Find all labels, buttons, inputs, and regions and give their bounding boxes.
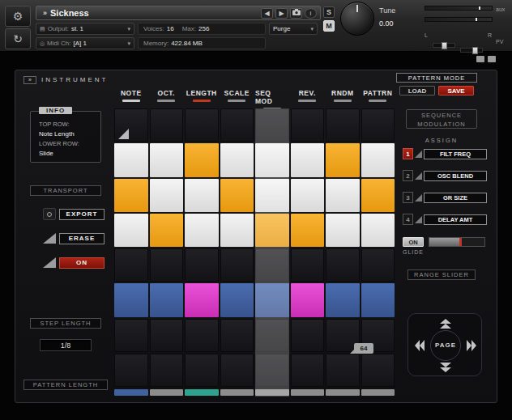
glide-slider-marker[interactable] [459,238,462,246]
grid-cell-r6-c4[interactable] [220,283,254,316]
slider-handle[interactable] [472,47,478,54]
grid-cell-r6-c6[interactable] [291,283,325,316]
grid-cell-r8-c5[interactable] [255,354,289,387]
grid-cell-r6-c2[interactable] [150,283,184,316]
pattern-bar-c6[interactable] [291,389,325,396]
page-left-icon[interactable] [415,339,425,352]
grid-cell-r8-c2[interactable] [150,354,184,387]
pattern-bar-c5[interactable] [255,389,289,396]
page-right-icon[interactable] [466,339,476,352]
pattern-bar-c2[interactable] [150,389,184,396]
grid-cell-r7-c4[interactable] [220,319,254,352]
grid-cell-r6-c7[interactable] [326,283,360,316]
mod-slot-4-selector[interactable]: 4 [403,214,413,225]
pattern-load-button[interactable]: LOAD [399,86,435,95]
aux-button[interactable]: aux [496,6,505,12]
grid-cell-r2-c1[interactable] [114,143,148,176]
step-length-value[interactable]: 1/8 [40,339,92,351]
grid-cell-r4-c5[interactable] [255,214,289,247]
grid-cell-r1-c5[interactable] [255,108,289,142]
solo-button[interactable]: S [323,6,335,18]
grid-cell-r4-c6[interactable] [291,214,325,247]
mod-slot-3-target-button[interactable]: GR SIZE [424,193,487,203]
pattern-bar-c8[interactable] [361,389,395,396]
grid-cell-r3-c1[interactable] [114,179,148,212]
rack-close-icon[interactable] [488,56,496,62]
grid-cell-r4-c1[interactable] [114,214,148,247]
pattern-bar-c4[interactable] [220,389,254,396]
chevron-double-right-icon[interactable]: » [23,76,36,84]
grid-cell-r5-c1[interactable] [114,248,148,282]
grid-cell-r8-c4[interactable] [220,354,254,387]
column-header-oct[interactable]: OCT. [150,89,184,110]
column-header-seqmod[interactable]: SEQ MOD [255,89,289,110]
grid-cell-r7-c6[interactable] [291,319,325,352]
slider-handle[interactable] [442,42,447,49]
pattern-bar-c7[interactable] [326,389,360,396]
grid-cell-r1-c8[interactable] [361,108,395,142]
glide-on-button[interactable]: ON [403,237,424,247]
grid-cell-r4-c4[interactable] [220,214,254,247]
export-button[interactable]: EXPORT [59,209,105,220]
grid-cell-r7-c3[interactable] [185,319,219,352]
output-dropdown[interactable]: ▤ Output: st. 1 ▾ [36,23,134,35]
column-header-rndm[interactable]: RNDM [326,89,360,110]
grid-cell-r3-c3[interactable] [185,179,219,212]
grid-cell-r8-c7[interactable] [326,354,360,387]
grid-cell-r1-c3[interactable] [185,108,219,142]
column-header-note[interactable]: NOTE [114,89,148,110]
prev-instrument-button[interactable]: ◀ [261,8,273,19]
pv-button[interactable]: PV [496,39,503,45]
grid-cell-r6-c5[interactable] [255,283,289,316]
grid-cell-r5-c8[interactable] [361,248,395,282]
erase-button[interactable]: ERASE [59,233,105,244]
pattern-bar-c3[interactable] [185,389,219,396]
grid-cell-r1-c6[interactable] [291,108,325,142]
rack-tools-button[interactable]: ⚙ [5,6,31,27]
rack-minimize-icon[interactable] [476,56,484,62]
grid-cell-r2-c4[interactable] [220,143,254,176]
grid-cell-r2-c5[interactable] [255,143,289,176]
info-button[interactable]: i [305,8,317,19]
mod-slot-4-target-button[interactable]: DELAY AMT [424,214,487,225]
column-header-rev[interactable]: REV. [291,89,325,110]
pattern-bar-c1[interactable] [114,389,148,396]
grid-cell-r3-c5[interactable] [255,179,289,212]
page-down-icon[interactable] [439,362,452,372]
column-header-length[interactable]: LENGTH [185,89,219,110]
grid-cell-r7-c5[interactable] [255,319,289,352]
grid-cell-r4-c7[interactable] [326,214,360,247]
grid-cell-r8-c1[interactable] [114,354,148,387]
grid-cell-r2-c2[interactable] [150,143,184,176]
mod-slot-2-target-button[interactable]: OSC BLEND [424,171,487,181]
page-up-icon[interactable] [439,319,452,329]
column-header-scale[interactable]: SCALE [220,89,254,110]
grid-cell-r3-c7[interactable] [326,179,360,212]
grid-cell-r3-c4[interactable] [220,179,254,212]
column-header-pattrn[interactable]: PATTRN [361,89,395,110]
midi-channel-dropdown[interactable]: ◎ Midi Ch: [A] 1 ▾ [36,37,134,49]
grid-cell-r2-c6[interactable] [291,143,325,176]
grid-cell-r5-c4[interactable] [220,248,254,282]
instrument-view-button[interactable]: ↻ [5,28,31,49]
grid-cell-r8-c8[interactable] [361,354,395,387]
grid-cell-r2-c3[interactable] [185,143,219,176]
mod-slot-2-selector[interactable]: 2 [403,170,413,181]
grid-cell-r5-c6[interactable] [291,248,325,282]
grid-cell-r7-c1[interactable] [114,319,148,352]
grid-cell-r4-c8[interactable] [361,214,395,247]
grid-cell-r5-c3[interactable] [185,248,219,282]
grid-cell-r7-c2[interactable] [150,319,184,352]
grid-cell-r2-c7[interactable] [326,143,360,176]
mod-slot-1-target-button[interactable]: FILT FREQ [424,149,487,159]
next-instrument-button[interactable]: ▶ [275,8,288,19]
grid-cell-r4-c2[interactable] [150,214,184,247]
grid-cell-r3-c6[interactable] [291,179,325,212]
mute-button[interactable]: M [323,20,335,32]
grid-cell-r6-c3[interactable] [185,283,219,316]
grid-cell-r4-c3[interactable] [185,214,219,247]
grid-cell-r1-c2[interactable] [150,108,184,142]
grid-cell-r6-c8[interactable] [361,283,395,316]
grid-cell-r3-c8[interactable] [361,179,395,212]
grid-cell-r1-c7[interactable] [326,108,360,142]
